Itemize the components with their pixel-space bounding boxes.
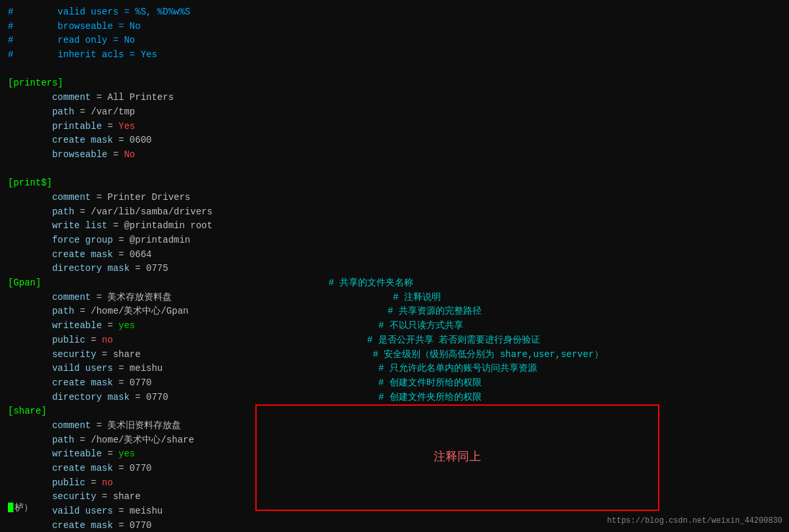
code-token: yes	[118, 319, 135, 333]
code-token: =	[96, 490, 113, 504]
code-token: =	[107, 219, 124, 233]
code-token: writeable	[8, 319, 102, 333]
code-token: =	[86, 333, 102, 348]
code-token: Yes	[118, 120, 135, 134]
code-token: valid users = %S, %D%w%S	[13, 5, 190, 20]
code-line: printable = Yes	[8, 120, 781, 134]
code-token: =	[74, 304, 91, 319]
code-line: [Gpan] # 共享的文件夹名称	[8, 276, 781, 291]
code-token: =	[107, 148, 124, 162]
code-token: directory mask	[8, 391, 130, 405]
code-token: create mask	[8, 133, 113, 148]
code-token: =	[91, 191, 107, 205]
code-token: browseable = No	[13, 20, 140, 34]
code-token: create mask	[8, 462, 113, 476]
code-token: =	[91, 291, 107, 305]
annotation-text: 注释同上	[434, 448, 481, 467]
code-token: =	[102, 447, 118, 462]
code-token: =	[113, 376, 130, 391]
code-token: 0600	[130, 133, 152, 148]
code-token: =	[113, 462, 130, 476]
code-line: comment = Printer Drivers	[8, 191, 781, 205]
code-token: =	[130, 391, 146, 405]
code-token: =	[102, 120, 118, 134]
code-token: # 创建文件夹所给的权限	[168, 391, 482, 405]
code-token: yes	[118, 447, 135, 462]
code-token: # 不以只读方式共享	[135, 319, 463, 333]
code-token: =	[74, 205, 91, 220]
code-token: /home/美术中心/Gpan	[91, 304, 188, 319]
code-token: path	[8, 304, 74, 319]
code-token: #	[8, 48, 13, 62]
code-line: vaild users = meishu # 只允许此名单内的账号访问共享资源	[8, 362, 781, 376]
code-token: # 共享资源的完整路径	[188, 304, 481, 319]
code-token: directory mask	[8, 262, 130, 276]
code-token: create mask	[8, 519, 113, 532]
code-line: # inherit acls = Yes	[8, 48, 781, 62]
code-line: [print$]	[8, 176, 781, 191]
code-token: =	[113, 362, 130, 376]
code-token: /home/美术中心/share	[91, 433, 194, 448]
code-token: comment	[8, 91, 91, 105]
code-token: # 创建文件时所给的权限	[151, 376, 481, 391]
code-token: Printer Drivers	[107, 191, 190, 205]
code-token: #	[8, 5, 13, 20]
code-token: =	[91, 91, 107, 105]
code-token: 0770	[146, 391, 168, 405]
code-token: # 注释说明	[172, 291, 441, 305]
code-token: 美术旧资料存放盘	[107, 419, 181, 433]
code-token: =	[74, 433, 91, 448]
code-token: security	[8, 348, 96, 362]
code-token: @printadmin root	[124, 219, 212, 233]
code-token: # 安全级别（级别高低分别为 share,user,server）	[141, 348, 603, 362]
code-line: public = no # 是否公开共享 若否则需要进行身份验证	[8, 333, 781, 348]
cursor-line: █ 栌）	[8, 502, 33, 514]
code-line: browseable = No	[8, 148, 781, 162]
code-line: create mask = 0600	[8, 133, 781, 148]
code-token: comment	[8, 191, 91, 205]
code-line: # browseable = No	[8, 20, 781, 34]
code-token: =	[113, 248, 130, 262]
code-token: #	[8, 20, 13, 34]
code-token: share	[113, 348, 141, 362]
code-token: vaild users	[8, 362, 113, 376]
code-token: browseable	[8, 148, 107, 162]
code-token: path	[8, 433, 74, 448]
code-token: [Gpan]	[8, 276, 41, 291]
code-token: =	[74, 105, 91, 120]
code-token: write list	[8, 219, 107, 233]
code-token: =	[102, 319, 118, 333]
code-token: create mask	[8, 376, 113, 391]
code-token: =	[113, 133, 130, 148]
code-line	[8, 162, 781, 177]
code-token: =	[86, 476, 102, 491]
code-token: All Printers	[107, 91, 174, 105]
code-token: 美术存放资料盘	[107, 291, 172, 305]
code-token: public	[8, 476, 86, 491]
code-token: =	[91, 419, 107, 433]
code-token: =	[113, 233, 130, 248]
code-token: /var/lib/samba/drivers	[91, 205, 213, 220]
code-line: [printers]	[8, 76, 781, 91]
cursor-indicator: █	[8, 502, 13, 513]
code-token: meishu	[130, 362, 163, 376]
code-token: no	[102, 476, 113, 491]
code-token: =	[96, 348, 113, 362]
code-token: path	[8, 105, 74, 120]
code-token: no	[102, 333, 113, 348]
code-token: # 是否公开共享 若否则需要进行身份验证	[113, 333, 541, 348]
code-line: write list = @printadmin root	[8, 219, 781, 233]
code-line: comment = All Printers	[8, 91, 781, 105]
code-token: # 共享的文件夹名称	[41, 276, 413, 291]
code-line: security = share # 安全级别（级别高低分别为 share,us…	[8, 348, 781, 362]
code-token: =	[113, 519, 130, 532]
code-token: comment	[8, 419, 91, 433]
code-editor: # valid users = %S, %D%w%S# browseable =…	[0, 0, 789, 532]
code-line: path = /var/lib/samba/drivers	[8, 205, 781, 220]
code-token: 0770	[130, 519, 152, 532]
code-token: public	[8, 333, 86, 348]
code-line: comment = 美术存放资料盘 # 注释说明	[8, 291, 781, 305]
code-token: 0775	[146, 262, 168, 276]
code-token: writeable	[8, 447, 102, 462]
code-line: create mask = 0770 # 创建文件时所给的权限	[8, 376, 781, 391]
